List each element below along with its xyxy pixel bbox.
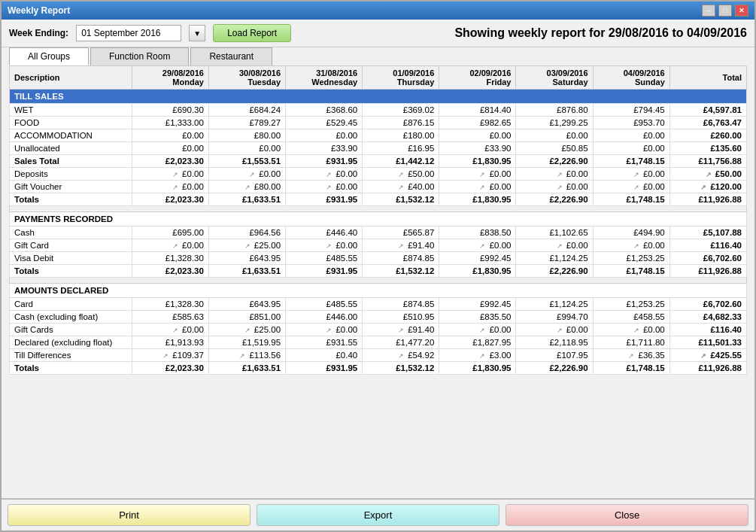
link-icon[interactable]: ↗ <box>239 352 245 360</box>
link-icon[interactable]: ↗ <box>244 184 250 191</box>
link-icon[interactable]: ↗ <box>398 171 404 178</box>
header-tue: 30/08/2016Tuesday <box>208 66 285 90</box>
table-row: Deposits ↗ £0.00 ↗ £0.00 ↗ £0.00 ↗ £50.0… <box>10 168 747 181</box>
link-icon[interactable]: ↗ <box>398 327 404 334</box>
link-icon[interactable]: ↗ <box>628 352 634 360</box>
link-icon[interactable]: ↗ <box>326 184 332 191</box>
link-icon[interactable]: ↗ <box>172 184 178 191</box>
footer: Print Export Close <box>2 498 754 530</box>
header-total: Total <box>669 66 746 90</box>
link-icon[interactable]: ↗ <box>557 242 563 250</box>
link-icon[interactable]: ↗ <box>398 242 404 250</box>
date-dropdown-button[interactable]: ▼ <box>189 25 205 41</box>
title-bar: Weekly Report ─ □ ✕ <box>2 2 754 20</box>
report-title: Showing weekly report for 29/08/2016 to … <box>454 26 747 40</box>
header-wed: 31/08/2016Wednesday <box>286 66 363 90</box>
amounts-declared-label: AMOUNTS DECLARED <box>10 284 747 298</box>
header-fri: 02/09/2016Friday <box>439 66 516 90</box>
toolbar: Week Ending: ▼ Load Report Showing weekl… <box>2 20 754 47</box>
tabs-bar: All Groups Function Room Restaurant <box>2 47 754 65</box>
link-icon[interactable]: ↗ <box>557 171 563 178</box>
link-icon[interactable]: ↗ <box>479 327 485 334</box>
weekly-report-window: Weekly Report ─ □ ✕ Week Ending: ▼ Load … <box>0 0 756 532</box>
minimize-button[interactable]: ─ <box>702 5 715 17</box>
link-icon[interactable]: ↗ <box>706 171 712 178</box>
link-icon[interactable]: ↗ <box>479 171 485 178</box>
link-icon[interactable]: ↗ <box>398 184 404 191</box>
export-button[interactable]: Export <box>257 504 499 526</box>
week-ending-label: Week Ending: <box>9 28 68 38</box>
link-icon[interactable]: ↗ <box>557 184 563 191</box>
header-thu: 01/09/2016Thursday <box>363 66 439 90</box>
link-icon[interactable]: ↗ <box>700 352 706 360</box>
link-icon[interactable]: ↗ <box>633 242 639 250</box>
amounts-declared-header: AMOUNTS DECLARED <box>10 284 747 298</box>
table-row: Gift Cards ↗ £0.00 ↗ £25.00 ↗ £0.00 ↗ £9… <box>10 324 747 336</box>
table-row: Cash £695.00 £964.56 £446.40 £565.87 £83… <box>10 226 747 239</box>
date-input[interactable] <box>76 25 181 41</box>
table-row: FOOD £1,333.00 £789.27 £529.45 £876.15 £… <box>10 117 747 129</box>
header-description: Description <box>10 66 132 90</box>
link-icon[interactable]: ↗ <box>557 327 563 334</box>
link-icon[interactable]: ↗ <box>244 242 250 250</box>
link-icon[interactable]: ↗ <box>162 352 169 360</box>
header-mon: 29/08/2016Monday <box>132 66 208 90</box>
table-row: Visa Debit £1,328.30 £643.95 £485.55 £87… <box>10 252 747 265</box>
till-sales-label: TILL SALES <box>10 90 747 104</box>
window-title: Weekly Report <box>8 5 70 16</box>
print-button[interactable]: Print <box>8 504 250 526</box>
close-button[interactable]: Close <box>506 504 748 526</box>
link-icon[interactable]: ↗ <box>398 352 404 360</box>
header-sun: 04/09/2016Sunday <box>593 66 669 90</box>
link-icon[interactable]: ↗ <box>244 327 250 334</box>
link-icon[interactable]: ↗ <box>633 184 639 191</box>
link-icon[interactable]: ↗ <box>172 242 178 250</box>
link-icon[interactable]: ↗ <box>326 242 332 250</box>
title-bar-controls: ─ □ ✕ <box>702 5 748 17</box>
link-icon[interactable]: ↗ <box>172 327 178 334</box>
link-icon[interactable]: ↗ <box>479 184 485 191</box>
link-icon[interactable]: ↗ <box>172 171 178 178</box>
link-icon[interactable]: ↗ <box>700 184 706 191</box>
header-sat: 03/09/2016Saturday <box>516 66 593 90</box>
table-row: Till Differences ↗ £109.37 ↗ £113.56 £0.… <box>10 349 747 362</box>
table-row: ACCOMMODATION £0.00 £80.00 £0.00 £180.00… <box>10 129 747 142</box>
load-report-button[interactable]: Load Report <box>213 24 291 42</box>
close-window-button[interactable]: ✕ <box>735 5 748 17</box>
sales-total-row: Sales Total £2,023.30 £1,553.51 £931.95 … <box>10 155 747 168</box>
table-row: Card £1,328.30 £643.95 £485.55 £874.85 £… <box>10 298 747 311</box>
link-icon[interactable]: ↗ <box>249 171 255 178</box>
table-row: Gift Card ↗ £0.00 ↗ £25.00 ↗ £0.00 ↗ £91… <box>10 239 747 252</box>
payments-totals-row: Totals £2,023.30 £1,633.51 £931.95 £1,53… <box>10 265 747 278</box>
table-row: Unallocated £0.00 £0.00 £33.90 £16.95 £3… <box>10 142 747 155</box>
link-icon[interactable]: ↗ <box>326 327 332 334</box>
till-totals-row: Totals £2,023.30 £1,633.51 £931.95 £1,53… <box>10 193 747 206</box>
link-icon[interactable]: ↗ <box>479 352 485 360</box>
till-sales-header: TILL SALES <box>10 90 747 104</box>
tab-restaurant[interactable]: Restaurant <box>190 47 272 65</box>
payments-recorded-label: PAYMENTS RECORDED <box>10 212 747 226</box>
spacer-row <box>10 206 747 212</box>
link-icon[interactable]: ↗ <box>479 242 485 250</box>
tab-all-groups[interactable]: All Groups <box>9 47 89 65</box>
table-header-row: Description 29/08/2016Monday 30/08/2016T… <box>10 66 747 90</box>
table-row: Declared (excluding float) £1,913.93 £1,… <box>10 336 747 349</box>
table-row: WET £690.30 £684.24 £368.60 £369.02 £814… <box>10 104 747 117</box>
payments-recorded-header: PAYMENTS RECORDED <box>10 212 747 226</box>
table-row: Cash (excluding float) £585.63 £851.00 £… <box>10 311 747 324</box>
link-icon[interactable]: ↗ <box>326 171 332 178</box>
link-icon[interactable]: ↗ <box>633 327 639 334</box>
tab-function-room[interactable]: Function Room <box>90 47 189 65</box>
report-table: Description 29/08/2016Monday 30/08/2016T… <box>9 65 747 375</box>
table-row: Gift Voucher ↗ £0.00 ↗ £80.00 ↗ £0.00 ↗ … <box>10 181 747 193</box>
spacer-row <box>10 278 747 284</box>
maximize-button[interactable]: □ <box>718 5 732 17</box>
amounts-totals-row: Totals £2,023.30 £1,633.51 £931.95 £1,53… <box>10 362 747 375</box>
report-content: Description 29/08/2016Monday 30/08/2016T… <box>2 65 754 498</box>
link-icon[interactable]: ↗ <box>633 171 639 178</box>
